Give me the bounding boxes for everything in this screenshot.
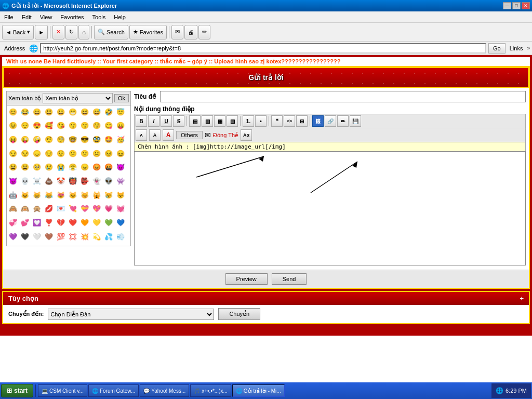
- title-input[interactable]: [160, 91, 526, 102]
- emoji-item[interactable]: 👹: [68, 176, 78, 186]
- emoji-item[interactable]: 😩: [20, 162, 30, 172]
- emoji-item[interactable]: 🥸: [91, 134, 102, 144]
- image-button[interactable]: 🖼: [312, 115, 324, 127]
- emoji-item[interactable]: 😞: [32, 148, 42, 158]
- emoji-category-select[interactable]: Xem toàn bộ: [43, 93, 113, 103]
- emoji-item[interactable]: 😢: [44, 162, 54, 172]
- align-left-button[interactable]: ▤: [189, 115, 201, 127]
- emoji-item[interactable]: 💟: [32, 218, 42, 228]
- emoji-item[interactable]: 😍: [32, 121, 42, 131]
- emoji-item[interactable]: 😾: [115, 190, 126, 200]
- font-large-button[interactable]: A: [163, 129, 174, 141]
- emoji-item[interactable]: 💢: [68, 231, 78, 242]
- link-button[interactable]: 🔗: [325, 115, 336, 127]
- emoji-item[interactable]: 💘: [68, 204, 78, 214]
- emoji-item[interactable]: 🤡: [56, 176, 66, 186]
- emoji-item[interactable]: 🥰: [44, 121, 54, 131]
- menu-tools[interactable]: Tools: [88, 13, 110, 21]
- stop-button[interactable]: ✕: [52, 25, 64, 39]
- emoji-item[interactable]: 🤣: [103, 107, 114, 117]
- emoji-item[interactable]: ❣️: [44, 218, 54, 228]
- taskbar-item-yahoo[interactable]: 💬 Yahoo! Mess...: [140, 384, 189, 397]
- emoji-item[interactable]: 😔: [44, 148, 54, 158]
- emoji-item[interactable]: 😚: [91, 121, 102, 131]
- emoji-item[interactable]: 💦: [103, 231, 114, 242]
- edit-bb-button[interactable]: ✏: [337, 115, 349, 127]
- emoji-item[interactable]: 😃: [44, 107, 54, 117]
- emoji-item[interactable]: 😝: [8, 134, 18, 144]
- ol-button[interactable]: 1.: [243, 115, 254, 127]
- emoji-item[interactable]: 🧐: [56, 134, 66, 144]
- emoji-item[interactable]: 🙈: [8, 204, 18, 214]
- bold-button[interactable]: B: [136, 115, 147, 127]
- emoji-item[interactable]: 💋: [44, 204, 54, 214]
- home-button[interactable]: ⌂: [78, 25, 89, 39]
- email-icon-button[interactable]: ✉: [205, 131, 211, 139]
- emoji-item[interactable]: 😹: [44, 190, 54, 200]
- emoji-item[interactable]: 😙: [79, 121, 90, 131]
- italic-button[interactable]: I: [148, 115, 159, 127]
- emoji-item[interactable]: 💔: [56, 218, 66, 228]
- emoji-item[interactable]: 🤩: [103, 134, 114, 144]
- emoji-item[interactable]: 😫: [8, 162, 18, 172]
- print-button[interactable]: 🖨: [184, 25, 197, 39]
- menu-file[interactable]: File: [0, 13, 18, 21]
- emoji-item[interactable]: 🤎: [44, 231, 54, 242]
- save-bb-button[interactable]: 💾: [350, 115, 361, 127]
- address-input[interactable]: [40, 43, 486, 54]
- emoji-item[interactable]: 🥳: [115, 134, 126, 144]
- emoji-item[interactable]: 😒: [20, 148, 30, 158]
- others-button[interactable]: Others: [176, 131, 203, 139]
- emoji-item[interactable]: 😇: [115, 107, 126, 117]
- edit-button[interactable]: ✏: [198, 25, 210, 39]
- search-button[interactable]: 🔍 Search: [94, 25, 128, 39]
- emoji-item[interactable]: 😻: [56, 190, 66, 200]
- emoji-item[interactable]: 😼: [68, 190, 78, 200]
- emoji-item[interactable]: 💨: [115, 231, 126, 242]
- emoji-item[interactable]: 😺: [20, 190, 30, 200]
- emoji-item[interactable]: 💜: [8, 231, 18, 242]
- emoji-grid[interactable]: 😊😂😄😃😀😁😆😅🤣😇😉😌😍🥰😘😗😙😚😋😛😝😜🤪🤨🧐🤓😎🥸🤩🥳😏😒😞😔😟😕🙁☹️😣…: [7, 105, 130, 246]
- chuyen-button[interactable]: Chuyển: [218, 308, 260, 320]
- send-button[interactable]: Send: [272, 273, 307, 285]
- emoji-item[interactable]: 🖤: [20, 231, 30, 242]
- emoji-item[interactable]: 😛: [115, 121, 126, 131]
- minimize-button[interactable]: ─: [503, 2, 511, 9]
- emoji-item[interactable]: 🧡: [79, 218, 90, 228]
- mail-button[interactable]: ✉: [171, 25, 183, 39]
- emoji-item[interactable]: 😠: [79, 162, 90, 172]
- emoji-item[interactable]: 💯: [56, 231, 66, 242]
- emoji-item[interactable]: 😤: [68, 162, 78, 172]
- emoji-item[interactable]: 👻: [91, 176, 102, 186]
- emoji-item[interactable]: 💌: [56, 204, 66, 214]
- emoji-item[interactable]: 😟: [56, 148, 66, 158]
- forward-button[interactable]: ►: [35, 25, 48, 39]
- emoji-item[interactable]: ☠️: [32, 176, 42, 186]
- emoji-item[interactable]: 😊: [8, 107, 18, 117]
- emoji-ok-button[interactable]: Ok: [114, 94, 129, 102]
- close-button[interactable]: ✕: [522, 2, 530, 9]
- emoji-item[interactable]: 🙀: [91, 190, 102, 200]
- emoji-item[interactable]: ☹️: [91, 148, 102, 158]
- emoji-item[interactable]: 😀: [56, 107, 66, 117]
- go-button[interactable]: Go: [488, 43, 506, 54]
- emoji-item[interactable]: 💖: [91, 204, 102, 214]
- underline-button[interactable]: U: [161, 115, 172, 127]
- emoji-item[interactable]: 👾: [115, 176, 126, 186]
- menu-edit[interactable]: Edit: [18, 13, 36, 21]
- emoji-item[interactable]: 💚: [103, 218, 114, 228]
- emoji-item[interactable]: 😏: [8, 148, 18, 158]
- emoji-item[interactable]: 💕: [20, 218, 30, 228]
- emoji-item[interactable]: 😭: [56, 162, 66, 172]
- restore-button[interactable]: □: [512, 2, 521, 9]
- emoji-item[interactable]: 🥺: [32, 162, 42, 172]
- emoji-item[interactable]: 💛: [91, 218, 102, 228]
- emoji-item[interactable]: 🙊: [32, 204, 42, 214]
- options-expand-icon[interactable]: +: [520, 295, 524, 302]
- emoji-item[interactable]: 💫: [91, 231, 102, 242]
- emoji-item[interactable]: 💝: [79, 204, 90, 214]
- taskbar-item-csm[interactable]: 💻 CSM Client v...: [38, 384, 87, 397]
- emoji-item[interactable]: 😗: [68, 121, 78, 131]
- emoji-item[interactable]: 🤓: [68, 134, 78, 144]
- emoji-item[interactable]: 😜: [20, 134, 30, 144]
